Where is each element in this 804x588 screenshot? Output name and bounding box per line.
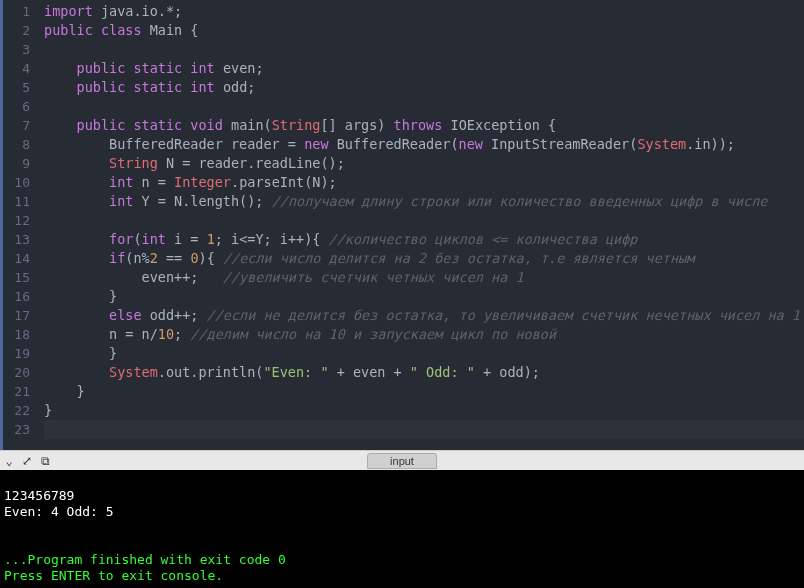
line-number: 7 bbox=[3, 116, 30, 135]
line-number: 22 bbox=[3, 401, 30, 420]
code-line[interactable]: public static void main(String[] args) t… bbox=[44, 116, 804, 135]
code-line[interactable]: } bbox=[44, 401, 804, 420]
line-number: 23 bbox=[3, 420, 30, 439]
undo-icon[interactable]: ⌄ bbox=[0, 454, 18, 468]
line-number: 17 bbox=[3, 306, 30, 325]
line-number-gutter: 1 2 3 4 5 6 7 8 9 10 11 12 13 14 15 16 1… bbox=[0, 0, 38, 450]
console-output[interactable]: 123456789 Even: 4 Odd: 5 ...Program fini… bbox=[0, 470, 804, 588]
code-line[interactable]: } bbox=[44, 382, 804, 401]
code-line[interactable]: public class Main { bbox=[44, 21, 804, 40]
code-line[interactable]: } bbox=[44, 287, 804, 306]
code-line[interactable]: int Y = N.length(); //получаем длину стр… bbox=[44, 192, 804, 211]
code-editor[interactable]: 1 2 3 4 5 6 7 8 9 10 11 12 13 14 15 16 1… bbox=[0, 0, 804, 450]
line-number: 8 bbox=[3, 135, 30, 154]
console-line: 123456789 bbox=[4, 488, 74, 503]
line-number: 14 bbox=[3, 249, 30, 268]
line-number: 19 bbox=[3, 344, 30, 363]
line-number: 10 bbox=[3, 173, 30, 192]
console-status: ...Program finished with exit code 0 bbox=[4, 552, 286, 567]
line-number: 15 bbox=[3, 268, 30, 287]
console-status: Press ENTER to exit console. bbox=[4, 568, 223, 583]
line-number: 3 bbox=[3, 40, 30, 59]
console-line: Even: 4 Odd: 5 bbox=[4, 504, 114, 519]
code-content[interactable]: import java.io.*;public class Main { pub… bbox=[38, 0, 804, 450]
expand-icon[interactable]: ⤢ bbox=[18, 454, 36, 468]
code-line[interactable]: import java.io.*; bbox=[44, 2, 804, 21]
code-line[interactable] bbox=[44, 211, 804, 230]
code-line[interactable]: public static int odd; bbox=[44, 78, 804, 97]
console-toolbar: ⌄ ⤢ ⧉ input bbox=[0, 450, 804, 470]
code-line[interactable]: System.out.println("Even: " + even + " O… bbox=[44, 363, 804, 382]
code-line[interactable]: else odd++; //если не делится без остатк… bbox=[44, 306, 804, 325]
code-line[interactable]: } bbox=[44, 344, 804, 363]
code-line[interactable]: String N = reader.readLine(); bbox=[44, 154, 804, 173]
code-line[interactable]: int n = Integer.parseInt(N); bbox=[44, 173, 804, 192]
line-number: 11 bbox=[3, 192, 30, 211]
line-number: 13 bbox=[3, 230, 30, 249]
line-number: 12 bbox=[3, 211, 30, 230]
line-number: 18 bbox=[3, 325, 30, 344]
line-number: 21 bbox=[3, 382, 30, 401]
tab-input[interactable]: input bbox=[367, 453, 437, 469]
code-line[interactable] bbox=[44, 40, 804, 59]
code-line[interactable]: BufferedReader reader = new BufferedRead… bbox=[44, 135, 804, 154]
line-number: 1 bbox=[3, 2, 30, 21]
line-number: 9 bbox=[3, 154, 30, 173]
line-number: 6 bbox=[3, 97, 30, 116]
code-line[interactable]: public static int even; bbox=[44, 59, 804, 78]
code-line[interactable]: for(int i = 1; i<=Y; i++){ //количество … bbox=[44, 230, 804, 249]
line-number: 16 bbox=[3, 287, 30, 306]
line-number: 2 bbox=[3, 21, 30, 40]
line-number: 4 bbox=[3, 59, 30, 78]
code-line[interactable] bbox=[44, 420, 804, 439]
code-line[interactable] bbox=[44, 97, 804, 116]
code-line[interactable]: even++; //увеличить счетчик четных чисел… bbox=[44, 268, 804, 287]
code-line[interactable]: if(n%2 == 0){ //если число делится на 2 … bbox=[44, 249, 804, 268]
copy-icon[interactable]: ⧉ bbox=[36, 454, 54, 468]
line-number: 20 bbox=[3, 363, 30, 382]
line-number: 5 bbox=[3, 78, 30, 97]
code-line[interactable]: n = n/10; //делим число на 10 и запускае… bbox=[44, 325, 804, 344]
